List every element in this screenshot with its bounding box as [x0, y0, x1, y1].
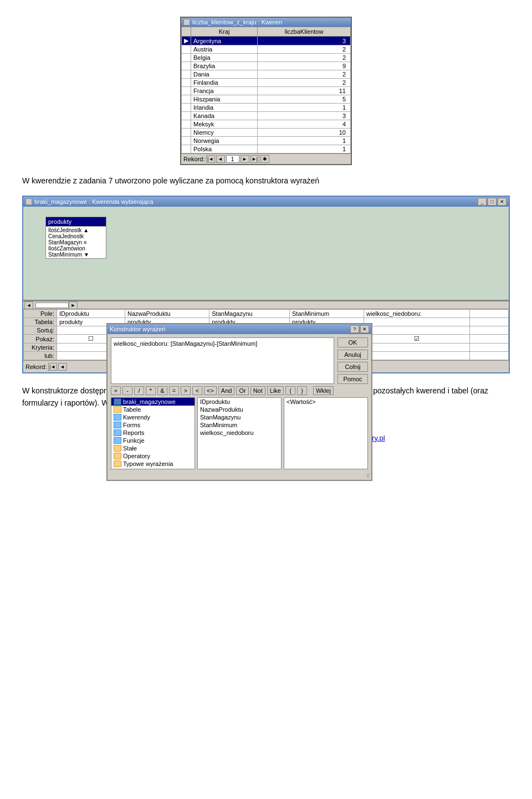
op-or[interactable]: Or	[236, 386, 248, 395]
resize-handle[interactable]: //	[108, 472, 371, 480]
op-slash[interactable]: /	[134, 386, 144, 395]
list-item-label: Reports	[123, 429, 145, 436]
op-and[interactable]: And	[218, 386, 235, 395]
op-amp[interactable]: &	[157, 386, 167, 395]
expr-close-btn[interactable]: ✕	[360, 325, 369, 333]
list-item-label: Forms	[123, 422, 140, 428]
list-item-icon	[114, 422, 121, 428]
list-item-icon	[114, 453, 121, 459]
op-lt[interactable]: <	[192, 386, 202, 395]
expr-left-list-item[interactable]: Typowe wyrażenia	[111, 460, 195, 468]
qb-table-pane: produkty IlośćJednostk ▲ CenaJednostk St…	[23, 207, 509, 301]
expr-middle-list-item[interactable]: StanMinimum	[198, 421, 281, 429]
cell-kraj: Norwegia	[191, 137, 258, 145]
expr-middle-list[interactable]: IDproduktuNazwaProduktuStanMagazynuStanM…	[197, 397, 282, 469]
expr-pomoc-btn[interactable]: Pomoc	[337, 374, 368, 384]
list-item-icon	[114, 398, 121, 405]
expr-left-list-item[interactable]: Stałe	[111, 444, 195, 452]
expr-right-list-item[interactable]: <Wartość>	[284, 398, 367, 406]
grid-cell-pole-4[interactable]: wielkosc_niedoboru:	[364, 310, 470, 318]
nav-first-btn[interactable]: |◄	[206, 155, 215, 163]
row-indicator	[182, 137, 191, 145]
list-item-icon	[114, 429, 121, 436]
nav-current-input[interactable]	[226, 155, 239, 163]
expr-left-list-item[interactable]: Reports	[111, 429, 195, 437]
expr-action-buttons: OK Anuluj Cofnij Pomoc	[337, 337, 368, 384]
grid-cell-pokaz-4[interactable]: ☑	[364, 335, 470, 344]
op-gt[interactable]: >	[181, 386, 191, 395]
cell-count: 4	[258, 120, 351, 129]
hscroll-track	[35, 303, 69, 308]
table-row: Brazylia 9	[182, 62, 351, 70]
nav-prev-btn[interactable]: ◄	[216, 155, 225, 163]
field-stanmagazyn: StanMagazyn ≡	[46, 239, 106, 245]
nav-next-btn[interactable]: ►	[241, 155, 249, 163]
grid-cell-tabela-4[interactable]	[364, 318, 470, 326]
grid-cell-kryteria-4[interactable]	[364, 344, 470, 352]
grid-cell-pole-0[interactable]: IDproduktu	[57, 310, 125, 318]
op-lparen[interactable]: (	[285, 386, 295, 395]
qb-nav-prev[interactable]: ◄	[58, 363, 67, 371]
op-wklej[interactable]: Wklej	[313, 386, 334, 395]
op-plus[interactable]: +	[111, 386, 121, 395]
expr-left-list-item[interactable]: Forms	[111, 421, 195, 429]
expr-titlebar: Konstruktor wyrażeń ? ✕	[108, 324, 371, 334]
table-row: Finlandia 2	[182, 79, 351, 87]
table-row: Austria 2	[182, 45, 351, 54]
op-like[interactable]: Like	[267, 386, 284, 395]
cell-kraj: Kanada	[191, 112, 258, 120]
nav-last-btn[interactable]: ►|	[250, 155, 259, 163]
expr-left-list-item[interactable]: Operatory	[111, 452, 195, 460]
row-indicator	[182, 120, 191, 129]
expr-formula-display[interactable]: wielkosc_niedoboru: [StanMagazynu]-[Stan…	[111, 337, 334, 384]
row-indicator-header	[182, 27, 191, 37]
row-indicator	[182, 87, 191, 95]
grid-cell-extra	[470, 335, 509, 344]
grid-row-label: Pole:	[24, 310, 57, 318]
expr-middle-list-item[interactable]: IDproduktu	[198, 398, 281, 406]
expr-left-list[interactable]: braki_magazynoweTabeleKwerendyFormsRepor…	[111, 397, 195, 469]
qb-nav-first[interactable]: |◄	[48, 363, 57, 371]
expr-left-list-item[interactable]: Kwerendy	[111, 413, 195, 421]
hscroll-left-btn[interactable]: ◄	[24, 301, 33, 309]
table-row: Niemcy 10	[182, 129, 351, 137]
expr-ok-btn[interactable]: OK	[337, 337, 368, 347]
qb-maximize-btn[interactable]: □	[488, 198, 497, 206]
nav-new-btn[interactable]: ✱	[260, 155, 269, 163]
qb-minimize-btn[interactable]: _	[478, 198, 487, 206]
cell-kraj: Francja	[191, 87, 258, 95]
grid-cell-pole-1[interactable]: NazwaProduktu	[125, 310, 209, 318]
expr-left-list-item[interactable]: Tabele	[111, 406, 195, 413]
expr-middle-list-item[interactable]: NazwaProduktu	[198, 406, 281, 413]
row-indicator	[182, 145, 191, 153]
expr-help-btn[interactable]: ?	[350, 325, 359, 333]
expr-middle-list-item[interactable]: StanMagazynu	[198, 413, 281, 421]
qb-hscroll[interactable]: ◄ ►	[23, 301, 509, 309]
op-neq[interactable]: <>	[204, 386, 217, 395]
expr-anuluj-btn[interactable]: Anuluj	[337, 350, 368, 360]
expr-middle-list-item[interactable]: wielkosc_niedoboru	[198, 429, 281, 437]
hscroll-right-btn[interactable]: ►	[69, 301, 78, 309]
table-row: Kanada 3	[182, 112, 351, 120]
row-indicator	[182, 95, 191, 104]
grid-cell-extra	[470, 344, 509, 352]
list-item-label: Operatory	[123, 453, 150, 459]
expr-cofnij-btn[interactable]: Cofnij	[337, 362, 368, 372]
list-item-icon	[114, 406, 121, 413]
grid-cell-extra	[470, 318, 509, 326]
op-minus[interactable]: -	[122, 386, 132, 395]
grid-cell-pole-3[interactable]: StanMinimum	[290, 310, 364, 318]
grid-cell-sortuj-4[interactable]	[364, 326, 470, 335]
op-not[interactable]: Not	[250, 386, 265, 395]
op-star[interactable]: *	[146, 386, 156, 395]
expr-right-list[interactable]: <Wartość>	[284, 397, 368, 469]
table-row: ▶ Argentyna 3	[182, 37, 351, 45]
expr-left-list-item[interactable]: Funkcje	[111, 437, 195, 444]
query-result-window: liczba_klientow_z_kraju : Kweren Kraj li…	[180, 17, 352, 165]
qb-close-btn[interactable]: ✕	[498, 198, 507, 206]
op-rparen[interactable]: )	[297, 386, 307, 395]
expr-left-list-item[interactable]: braki_magazynowe	[111, 398, 195, 406]
grid-cell-lub-4[interactable]	[364, 352, 470, 360]
op-eq[interactable]: =	[169, 386, 179, 395]
grid-cell-pole-2[interactable]: StanMagazynu	[209, 310, 290, 318]
